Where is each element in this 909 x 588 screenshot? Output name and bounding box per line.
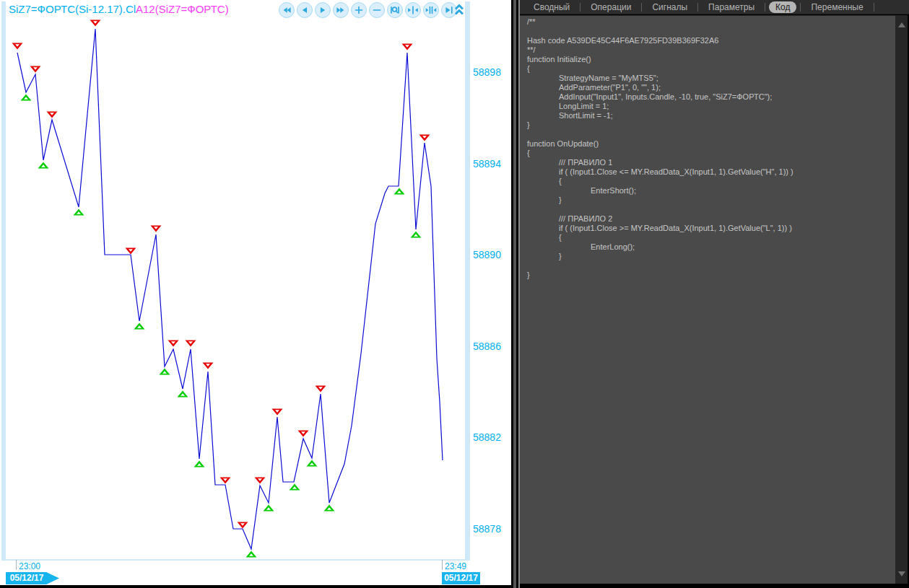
collapse-toolbar-button[interactable] bbox=[453, 3, 465, 16]
chart-panel: SiZ7=ФОРТС(Si-12.17).Cl A12(SiZ7=ФОРТС) … bbox=[0, 0, 511, 585]
y-axis-label: 58886 bbox=[473, 341, 501, 352]
magnifier-icon bbox=[388, 2, 402, 18]
scroll-up-icon[interactable] bbox=[898, 22, 905, 27]
tab-separator bbox=[765, 3, 765, 12]
end-date-badge: 05/12/17 bbox=[442, 572, 480, 584]
code-scrollbar[interactable] bbox=[895, 15, 908, 584]
plot-bottom-border bbox=[1, 559, 470, 561]
tab-separator bbox=[580, 3, 580, 12]
code-editor[interactable]: /** Hash code A539DE45C44F6AE7925FD39B36… bbox=[520, 15, 895, 584]
y-axis-label: 58882 bbox=[473, 431, 501, 443]
tab-1[interactable]: Сводный bbox=[527, 1, 576, 13]
start-date-badge: 05/12/17 bbox=[6, 572, 59, 584]
fast-forward-icon bbox=[334, 2, 348, 18]
script-panel-tabbar: СводныйОперацииСигналыПараметрыКодПереме… bbox=[520, 0, 909, 14]
end-time-label: 23:49 bbox=[445, 561, 466, 571]
zoom-window-button[interactable] bbox=[387, 2, 403, 18]
step-backward-button[interactable] bbox=[297, 2, 313, 18]
y-axis-label: 58894 bbox=[473, 158, 501, 170]
tab-2[interactable]: Операции bbox=[584, 1, 638, 13]
chart-agent-title: A12(SiZ7=ФОРТС) bbox=[136, 3, 229, 15]
chevron-double-up-icon bbox=[453, 3, 465, 16]
tab-separator bbox=[874, 3, 874, 12]
scroll-down-icon[interactable] bbox=[898, 571, 905, 576]
compress-horizontal-icon bbox=[406, 2, 420, 18]
tab-5[interactable]: Код bbox=[769, 1, 796, 13]
chart-toolbar bbox=[279, 2, 457, 18]
x-tick-start bbox=[16, 560, 17, 570]
step-backward-icon bbox=[297, 2, 312, 18]
compress-horizontal-button[interactable] bbox=[405, 2, 421, 18]
panel-splitter[interactable] bbox=[511, 0, 520, 588]
compress-bars-icon bbox=[424, 2, 438, 18]
fast-backward-button[interactable] bbox=[279, 2, 295, 18]
tab-6[interactable]: Переменные bbox=[804, 1, 869, 13]
tab-separator bbox=[641, 3, 642, 12]
step-forward-icon bbox=[316, 2, 330, 18]
plot-right-border bbox=[465, 1, 470, 561]
price-chart-plot[interactable] bbox=[6, 17, 465, 559]
fast-forward-button[interactable] bbox=[333, 2, 349, 18]
compress-bars-button[interactable] bbox=[423, 2, 439, 18]
fast-backward-icon bbox=[279, 2, 294, 18]
tab-separator bbox=[697, 3, 698, 12]
zoom-out-icon bbox=[370, 2, 384, 18]
script-panel: СводныйОперацииСигналыПараметрыКодПереме… bbox=[520, 0, 909, 588]
y-axis-label: 58890 bbox=[473, 249, 501, 260]
splitter-bar bbox=[513, 0, 516, 588]
start-time-label: 23:00 bbox=[19, 561, 40, 571]
price-line bbox=[17, 29, 443, 549]
tab-separator bbox=[800, 3, 801, 12]
zoom-out-button[interactable] bbox=[369, 2, 385, 18]
step-forward-button[interactable] bbox=[315, 2, 331, 18]
zoom-in-icon bbox=[352, 2, 366, 18]
zoom-in-button[interactable] bbox=[351, 2, 367, 18]
tab-4[interactable]: Параметры bbox=[702, 1, 761, 13]
x-tick-end bbox=[442, 560, 443, 570]
tab-3[interactable]: Сигналы bbox=[645, 1, 694, 13]
chart-instrument-title: SiZ7=ФОРТС(Si-12.17).Cl bbox=[9, 3, 136, 15]
y-axis-label: 58898 bbox=[473, 66, 501, 78]
y-axis-label: 58878 bbox=[473, 523, 501, 535]
